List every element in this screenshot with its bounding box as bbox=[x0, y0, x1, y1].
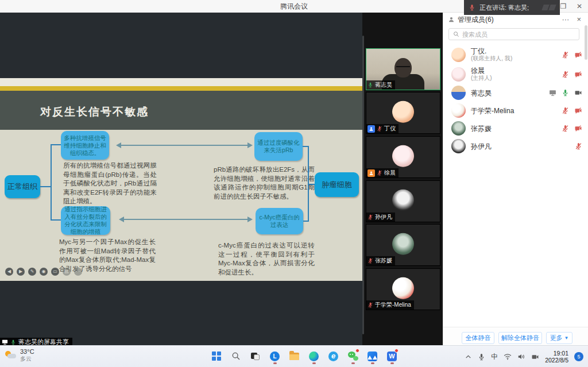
flow-arrow-bottom bbox=[123, 219, 248, 220]
member-row[interactable]: 于学荣-Melina bbox=[443, 102, 588, 119]
member-row[interactable]: 徐晨 (主持人) bbox=[443, 64, 588, 84]
weather-temperature: 33°C bbox=[20, 347, 34, 356]
flow-node-tumor-cell: 肿瘤细胞 bbox=[315, 172, 359, 197]
member-name: 丁仪. bbox=[471, 47, 512, 55]
mic-muted-icon bbox=[377, 170, 382, 176]
video-tile[interactable]: 孙伊凡 bbox=[366, 180, 440, 222]
member-name: 张苏媛 bbox=[471, 125, 492, 133]
member-row[interactable]: 孙伊凡 bbox=[443, 137, 588, 155]
flow-connector-left-vertical bbox=[51, 144, 52, 221]
edge-browser-button[interactable] bbox=[307, 348, 321, 364]
tencent-meeting-button[interactable] bbox=[365, 348, 380, 364]
mic-muted-icon[interactable] bbox=[562, 51, 569, 59]
tile-name: 丁仪 bbox=[384, 125, 396, 133]
more-button[interactable]: 更多▼ bbox=[546, 332, 572, 344]
search-button[interactable] bbox=[229, 348, 243, 364]
tray-volume-button[interactable] bbox=[517, 353, 525, 361]
avatar bbox=[451, 48, 466, 62]
screen-share-mic-icon bbox=[10, 339, 16, 345]
speaker-icon bbox=[517, 353, 525, 361]
slide-paragraph-top-right: pRb通路的破坏释放出E2Fs，从而允许细胞增殖，使细胞对通常沿着该通路运作的抑… bbox=[214, 165, 315, 201]
windows-taskbar: 33°C 多云 L e W 中 19:01 2022/8/5 bbox=[0, 345, 588, 367]
mic-muted-icon bbox=[368, 258, 373, 264]
slide-pen-icon: ✎ bbox=[28, 268, 36, 276]
slide-paragraph-top-left: 所有的抗增殖信号都通过视网膜母细胞瘤蛋白(pRb)传递。当处于低磷酸化状态时，p… bbox=[63, 161, 157, 206]
weather-widget[interactable]: 33°C 多云 bbox=[5, 347, 34, 362]
mute-all-button[interactable]: 全体静音 bbox=[462, 332, 494, 344]
mic-muted-icon[interactable] bbox=[562, 71, 569, 78]
camera-off-icon[interactable] bbox=[574, 125, 582, 132]
tray-date: 2022/8/5 bbox=[545, 357, 568, 364]
mic-muted-icon bbox=[368, 214, 373, 220]
panel-footer: 全体静音 解除全体静音 更多▼ bbox=[443, 327, 588, 345]
mic-muted-icon[interactable] bbox=[562, 107, 569, 114]
video-strip-scrollbar[interactable] bbox=[362, 36, 364, 334]
screen-share-monitor-icon bbox=[2, 339, 8, 345]
taskbar-app-icons: L e W bbox=[209, 348, 399, 364]
panel-close-icon[interactable]: × bbox=[574, 14, 583, 25]
file-explorer-button[interactable] bbox=[287, 348, 301, 364]
avatar bbox=[451, 67, 466, 82]
speaking-toast: 正在讲话: 蒋志昊; bbox=[464, 0, 560, 15]
ie-browser-button[interactable]: e bbox=[326, 348, 341, 364]
mic-muted-icon[interactable] bbox=[575, 142, 582, 150]
panel-more-icon[interactable]: ··· bbox=[559, 14, 571, 25]
member-search-input[interactable] bbox=[462, 31, 575, 38]
mic-on-icon[interactable] bbox=[562, 89, 569, 96]
avatar bbox=[392, 101, 414, 122]
wps-button[interactable]: W bbox=[385, 348, 399, 364]
tile-name: 徐晨 bbox=[384, 169, 396, 177]
flow-bubble-bottom-left: 通过指示细胞进入有丝分裂后的分化状态来限制细胞的增殖 bbox=[61, 206, 110, 235]
tencent-meeting-window: 腾讯会议 ❐ ✕ 正在讲话: 蒋志昊; 对反生长信号不敏感 正常组织 肿瘤细胞 … bbox=[0, 0, 588, 367]
unmute-all-button[interactable]: 解除全体静音 bbox=[498, 332, 542, 344]
slide-cream-stripe bbox=[0, 78, 362, 86]
windows-logo-icon bbox=[212, 351, 221, 361]
tray-time: 19:01 bbox=[545, 350, 568, 357]
microphone-icon bbox=[478, 353, 485, 361]
notification-dot bbox=[355, 349, 359, 353]
close-window-icon[interactable]: ✕ bbox=[571, 0, 588, 13]
tile-name: 张苏媛 bbox=[375, 257, 392, 265]
member-row[interactable]: 蒋志昊 bbox=[443, 84, 588, 102]
browser-e-icon: e bbox=[328, 351, 338, 361]
mic-muted-icon[interactable] bbox=[562, 125, 569, 132]
tray-mic-button[interactable] bbox=[478, 353, 485, 361]
screen-share-banner: 蒋志昊的屏幕共享 bbox=[0, 338, 72, 345]
members-icon bbox=[448, 16, 455, 23]
member-name: 徐晨 bbox=[471, 67, 492, 75]
camera-off-icon[interactable] bbox=[574, 71, 582, 78]
tray-expand-button[interactable] bbox=[465, 353, 472, 361]
video-tile[interactable]: 丁仪 bbox=[366, 92, 440, 134]
video-tile[interactable]: 蒋志昊 bbox=[366, 48, 440, 90]
slide-display-icon: ▤ bbox=[63, 268, 71, 276]
task-view-button[interactable] bbox=[248, 348, 262, 364]
slide-more-icon: ⋯ bbox=[74, 268, 82, 276]
member-search-box[interactable] bbox=[448, 28, 579, 40]
member-row[interactable]: 张苏媛 bbox=[443, 119, 588, 137]
mic-on-icon bbox=[368, 82, 373, 88]
tile-name: 于学荣-Melina bbox=[375, 301, 411, 309]
notification-count-badge[interactable]: 5 bbox=[574, 352, 583, 361]
camera-on-icon[interactable] bbox=[574, 89, 582, 96]
speaking-mic-icon bbox=[469, 4, 475, 11]
member-row[interactable]: 丁仪. (联席主持人, 我) bbox=[443, 45, 588, 64]
slide-next-icon: ▶ bbox=[17, 268, 25, 276]
notification-dot bbox=[394, 349, 399, 353]
lenovo-app-icon: L bbox=[270, 351, 280, 361]
tray-camera-button[interactable] bbox=[531, 353, 539, 361]
wechat-button[interactable] bbox=[346, 348, 360, 364]
tray-network-button[interactable] bbox=[504, 353, 512, 361]
lenovo-app-button[interactable]: L bbox=[268, 348, 282, 364]
ime-indicator[interactable]: 中 bbox=[491, 352, 498, 362]
camera-off-icon[interactable] bbox=[574, 107, 582, 114]
slide-annotate-icon: ▭ bbox=[51, 268, 59, 276]
screen-sharing-icon[interactable] bbox=[549, 89, 556, 96]
video-tile[interactable]: 徐晨 bbox=[366, 136, 440, 178]
clock-widget[interactable]: 19:01 2022/8/5 bbox=[545, 350, 568, 364]
start-button[interactable] bbox=[209, 348, 223, 364]
flow-connector-left-bottom-stub bbox=[51, 219, 61, 221]
video-tile[interactable]: 于学荣-Melina bbox=[366, 268, 440, 310]
video-tile[interactable]: 张苏媛 bbox=[366, 224, 440, 266]
flow-bubble-top-left: 多种抗增殖信号维持细胞静止和组织稳态。 bbox=[61, 131, 109, 160]
camera-off-icon[interactable] bbox=[574, 51, 582, 59]
